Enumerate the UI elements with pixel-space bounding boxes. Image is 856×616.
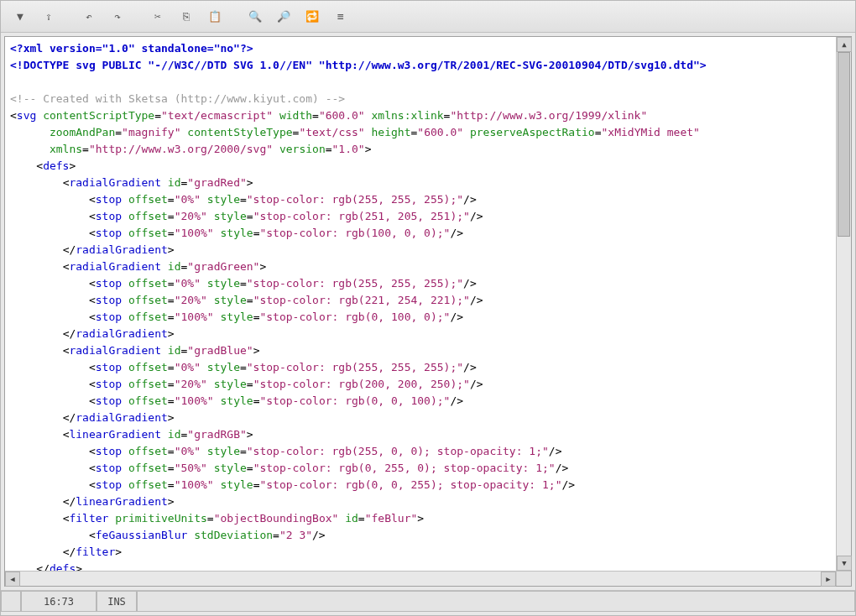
horizontal-scrollbar[interactable]: ◀ ▶	[5, 571, 836, 586]
scrollbar-track[interactable]	[837, 52, 851, 556]
scroll-corner	[836, 571, 851, 586]
find-replace-icon[interactable]: 🔁	[300, 4, 325, 29]
copy-icon[interactable]: ⎘	[174, 4, 199, 29]
find-icon[interactable]: 🔍	[243, 4, 268, 29]
indent-icon[interactable]: ≡	[328, 4, 353, 29]
status-gutter	[1, 591, 21, 612]
toolbar: ▼⇪↶↷✂⎘📋🔍🔎🔁≡	[1, 1, 855, 33]
cursor-position: 16:73	[21, 591, 97, 612]
dropdown-icon[interactable]: ▼	[8, 4, 33, 29]
find-next-icon[interactable]: 🔎	[271, 4, 296, 29]
scroll-left-icon[interactable]: ◀	[5, 572, 20, 587]
scroll-up-icon[interactable]: ▲	[837, 37, 852, 52]
scrollbar-thumb[interactable]	[838, 52, 850, 237]
vertical-scrollbar[interactable]: ▲ ▼	[836, 37, 851, 571]
paste-icon[interactable]: 📋	[202, 4, 227, 29]
export-icon[interactable]: ⇪	[36, 4, 61, 29]
editor-container: <?xml version="1.0" standalone="no"?> <!…	[4, 36, 852, 587]
undo-icon[interactable]: ↶	[76, 4, 102, 29]
status-filler	[137, 591, 855, 612]
cut-icon[interactable]: ✂	[145, 4, 170, 29]
redo-icon[interactable]: ↷	[105, 4, 130, 29]
code-editor[interactable]: <?xml version="1.0" standalone="no"?> <!…	[5, 37, 836, 571]
status-bar: 16:73 INS	[1, 590, 855, 612]
scroll-right-icon[interactable]: ▶	[821, 572, 836, 587]
insert-mode: INS	[97, 591, 137, 612]
scroll-down-icon[interactable]: ▼	[837, 556, 852, 571]
